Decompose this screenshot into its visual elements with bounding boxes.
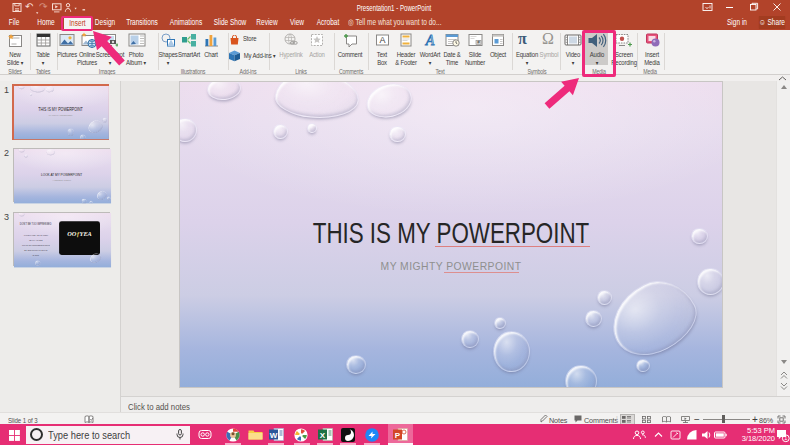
svg-text:P: P — [395, 431, 401, 440]
svg-text:W: W — [270, 431, 278, 440]
svg-text:A: A — [379, 35, 385, 45]
svg-text:1: 1 — [784, 435, 787, 441]
svg-text:X: X — [320, 431, 326, 440]
svg-text:A: A — [425, 33, 435, 47]
